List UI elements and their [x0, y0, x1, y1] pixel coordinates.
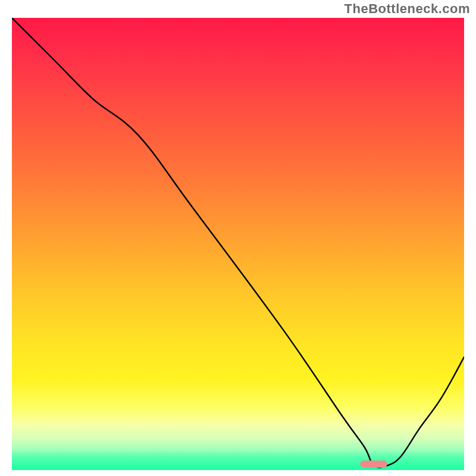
chart-stage: TheBottleneck.com	[0, 0, 476, 476]
optimal-range-marker	[360, 461, 387, 468]
curve-layer	[12, 18, 464, 470]
watermark-label: TheBottleneck.com	[345, 1, 470, 17]
bottleneck-curve-path	[12, 18, 464, 468]
plot-area	[12, 18, 464, 470]
